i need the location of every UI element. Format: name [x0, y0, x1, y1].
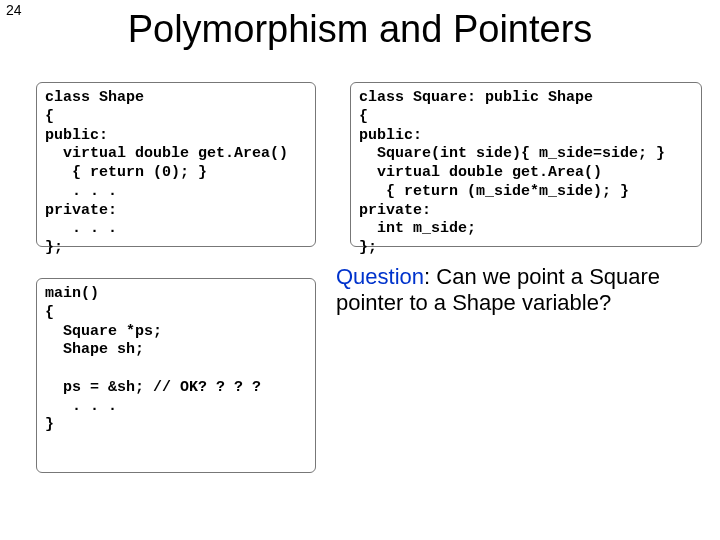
code-box-square: class Square: public Shape { public: Squ…: [350, 82, 702, 247]
question-text: Question: Can we point a Square pointer …: [336, 264, 696, 317]
question-label: Question: [336, 264, 424, 289]
slide: 24 Polymorphism and Pointers class Shape…: [0, 0, 720, 540]
slide-title: Polymorphism and Pointers: [0, 8, 720, 51]
code-box-main: main() { Square *ps; Shape sh; ps = &sh;…: [36, 278, 316, 473]
code-box-shape: class Shape { public: virtual double get…: [36, 82, 316, 247]
